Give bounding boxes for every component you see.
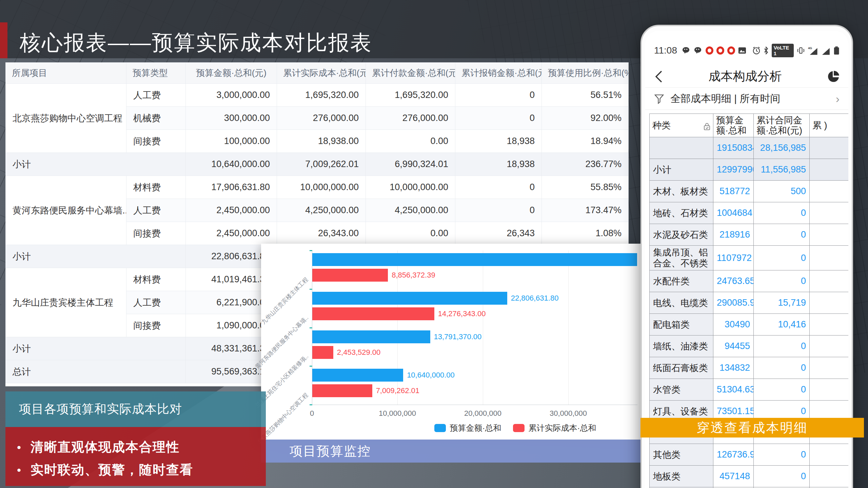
contract-amount: 0 (754, 336, 810, 357)
bar-value-label: 10,640,000.00 (407, 369, 455, 382)
wechat-icon (682, 46, 691, 55)
table-row: 黄河东路便民服务中心幕墙...材料费17,906,631.8010,000,00… (6, 176, 629, 199)
clipped-column-cell (810, 137, 849, 159)
table-cell-value: 173.47% (542, 199, 629, 222)
budget-amount: 30490 (713, 314, 754, 336)
table-cell-value: 18,938 (455, 130, 542, 153)
table-cell-value: 276,000.00 (277, 107, 366, 130)
page-title: 核心报表——预算实际成本对比报表 (20, 28, 372, 57)
budget-bar (312, 369, 403, 382)
table-cell-value: 7,009,262.01 (277, 153, 366, 176)
table-cell-value: 1.08% (542, 222, 629, 245)
callout-bullet: 实时联动、预警，随时查看 (17, 461, 266, 479)
y-axis-tick (310, 404, 312, 405)
table-cell-value: 2,450,000.00 (186, 222, 277, 245)
back-icon[interactable] (654, 70, 663, 83)
contract-amount: 11,556,985 (754, 159, 810, 181)
phone-table-row: 地砖、石材类10046840 (650, 202, 849, 224)
x-axis-tick-label: 20,000,000 (464, 409, 501, 418)
clipped-column-cell (810, 357, 849, 379)
y-axis-tick (310, 366, 312, 367)
status-time: 11:08 (654, 45, 677, 56)
clipped-column-cell (810, 159, 849, 181)
y-axis-tick (310, 250, 312, 251)
contract-amount: 0 (754, 379, 810, 401)
column-header: 累计付款金额·总和(元) (366, 63, 455, 84)
table-cell-value: 0.00 (366, 222, 455, 245)
phone-page-title: 成本构成分析 (663, 68, 827, 85)
chart-reflection: 010,000,00020,000,00030,000,0008,856,372… (261, 463, 640, 488)
callout-bullets-box: 清晰直观体现成本合理性实时联动、预警，随时查看 (5, 427, 266, 486)
clipped-column-cell (810, 379, 849, 401)
cost-category: 配电箱类 (650, 314, 713, 336)
clipped-column-cell (810, 314, 849, 336)
drill-callout-label: 穿透查看成本明细 (697, 419, 808, 436)
table-cell-value: 26,343 (455, 222, 542, 245)
table-cell-value: 100,000.00 (186, 130, 277, 153)
cost-category: 电线、电缆类 (650, 292, 713, 314)
bar-chart: 010,000,00020,000,00030,000,0008,856,372… (261, 244, 640, 440)
legend-label: 预算金额·总和 (450, 423, 501, 433)
title-accent-bar (0, 22, 7, 58)
phone-table-row: 小计129979900.9411,556,985 (650, 159, 849, 181)
table-cell-value: 17,906,631.80 (186, 176, 277, 199)
table-row: 小计10,640,000.007,009,262.016,990,324.011… (6, 153, 629, 176)
cost-category: 小计 (650, 159, 713, 181)
x-axis-tick-label: 0 (310, 409, 314, 418)
budget-bar (312, 292, 507, 305)
table-cell-value: 4,250,000.00 (277, 199, 366, 222)
contract-amount: 500 (754, 181, 810, 202)
budget-type: 材料费 (126, 268, 186, 291)
phone-nav-bar: 成本构成分析 (645, 65, 848, 88)
column-header: 预算金额·总和(元) (186, 63, 277, 84)
clipped-column-cell (810, 444, 849, 466)
phone-status-bar: 11:08 VoLTE 1 4G (645, 42, 848, 59)
budget-type: 人工费 (126, 84, 186, 107)
table-cell-value: 4,250,000.00 (366, 199, 455, 222)
phone-table-row: 水管类51304.630 (650, 379, 849, 401)
table-row: 北京燕莎购物中心空调工程人工费3,000,000.001,695,320.001… (6, 84, 629, 107)
phone-table-row: 电线、电缆类290085.915,719 (650, 292, 849, 314)
cost-category (650, 137, 713, 159)
x-axis-tick-label: 10,000,000 (379, 409, 416, 418)
clipped-column-cell (810, 270, 849, 292)
contract-amount: 28,156,985 (754, 137, 810, 159)
table-cell-value: 18,938 (455, 153, 542, 176)
table-cell-value: 3,000,000.00 (186, 84, 277, 107)
budget-amount: 1004684 (713, 202, 754, 224)
table-cell-value: 0 (455, 84, 542, 107)
drill-callout-band: 穿透查看成本明细 (640, 418, 864, 438)
cost-category: 纸面石膏板类 (650, 357, 713, 379)
phone-filter-row[interactable]: 全部成本明细 | 所有时间 › (645, 88, 848, 110)
contract-amount: 0 (754, 246, 810, 270)
phone-table-row: 配电箱类3049010,416 (650, 314, 849, 336)
budget-bar (312, 330, 430, 343)
chart-caption-band: 项目预算监控 (261, 440, 640, 463)
phone-column-header: 累 ) (810, 114, 849, 137)
bar-value-label: 8,856,372.39 (392, 269, 435, 282)
budget-monitor-chart-panel: 010,000,00020,000,00030,000,0008,856,372… (261, 244, 640, 440)
contract-amount: 0 (754, 270, 810, 292)
cost-category: 水泥及砂石类 (650, 224, 713, 246)
signal-icon (822, 46, 830, 55)
chart-caption-label: 项目预算监控 (290, 443, 371, 460)
notification-ring-icon (727, 46, 735, 55)
contract-amount: 0 (754, 224, 810, 246)
table-cell-value: 1,695,320.00 (277, 84, 366, 107)
column-header: 累计报销金额·总和(元) (455, 63, 542, 84)
phone-table-row: 其他类126736.950 (650, 444, 849, 466)
legend-swatch (434, 424, 446, 432)
callout-bullet: 清晰直观体现成本合理性 (17, 439, 266, 456)
y-axis-tick (310, 289, 312, 290)
budget-amount: 134832 (713, 357, 754, 379)
chevron-right-icon: › (836, 92, 840, 105)
y-axis-tick (310, 327, 312, 328)
budget-amount: 126736.95 (713, 444, 754, 466)
contract-amount: 0 (754, 444, 810, 466)
pie-chart-icon[interactable] (827, 70, 840, 83)
x-axis-tick-label: 30,000,000 (550, 409, 587, 418)
bar-value-label: 13,791,370.00 (434, 330, 482, 343)
phone-table-row: 纸面石膏板类1348320 (650, 357, 849, 379)
phone-table-row: 集成吊顶、铝合金、不锈类11079720 (650, 246, 849, 270)
legend-swatch (513, 424, 525, 432)
